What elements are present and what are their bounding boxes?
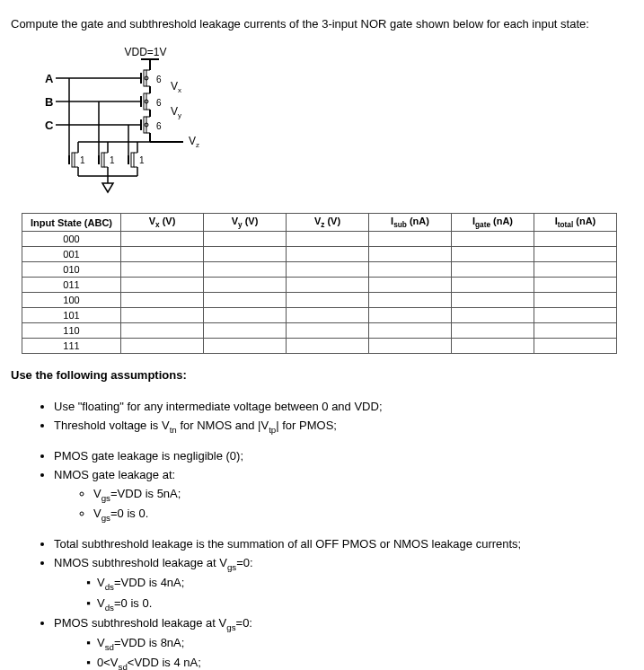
cell-empty	[534, 262, 617, 278]
svg-rect-43	[101, 153, 104, 167]
cell-empty	[452, 247, 534, 262]
pmos-stack: 6 Vx 6 Vy 6	[141, 65, 181, 133]
cell-empty	[287, 293, 369, 308]
th-igate: Igate (nA)	[452, 214, 534, 232]
th-vx: Vx (V)	[121, 214, 204, 232]
svg-text:6: 6	[156, 98, 162, 108]
table-row: 000	[22, 232, 617, 247]
assumption-item: NMOS gate leakage at:	[54, 466, 633, 485]
cell-empty	[534, 278, 617, 293]
cell-empty	[534, 293, 617, 308]
cell-input-state: 101	[22, 308, 121, 323]
cell-empty	[452, 262, 534, 278]
cell-empty	[369, 247, 452, 262]
table-row: 001	[22, 247, 617, 262]
assumptions-list: Use "floating" for any intermediate volt…	[54, 398, 633, 436]
table-header-row: Input State (ABC) Vx (V) Vy (V) Vz (V) I…	[22, 214, 617, 232]
cell-empty	[369, 278, 452, 293]
cell-empty	[452, 232, 534, 247]
svg-text:Vy: Vy	[171, 105, 181, 119]
cell-empty	[204, 232, 287, 247]
cell-empty	[452, 323, 534, 339]
assumption-subitem: Vds=0 is 0.	[97, 595, 633, 614]
assumption-subitem: Vds=VDD is 4nA;	[97, 574, 633, 594]
cell-input-state: 011	[22, 278, 121, 293]
table-row: 010	[22, 262, 617, 278]
cell-empty	[287, 262, 369, 278]
table-row: 110	[22, 323, 617, 339]
cell-input-state: 110	[22, 323, 121, 339]
table-row: 111	[22, 339, 617, 354]
vdd-label: VDD=1V	[124, 46, 166, 58]
cell-empty	[534, 308, 617, 323]
assumption-subitem: Vgs=VDD is 5nA;	[93, 485, 633, 505]
svg-text:1: 1	[139, 155, 145, 165]
assumptions-list: Total subthreshold leakage is the summat…	[54, 535, 633, 670]
svg-text:C: C	[45, 119, 54, 132]
assumption-item: NMOS subthreshold leakage at Vgs=0:	[54, 554, 633, 574]
svg-text:6: 6	[156, 75, 162, 84]
cell-empty	[121, 323, 204, 339]
cell-input-state: 001	[22, 247, 121, 262]
svg-text:1: 1	[110, 155, 115, 165]
cell-input-state: 010	[22, 262, 121, 278]
leakage-table: Input State (ABC) Vx (V) Vy (V) Vz (V) I…	[11, 213, 633, 354]
svg-rect-38	[72, 153, 75, 167]
cell-empty	[121, 308, 204, 323]
cell-empty	[121, 247, 204, 262]
svg-text:Vz: Vz	[189, 135, 199, 149]
cell-empty	[204, 293, 287, 308]
cell-input-state: 000	[22, 232, 121, 247]
svg-text:B: B	[45, 95, 53, 109]
th-isub: Isub (nA)	[369, 214, 452, 232]
cell-empty	[287, 232, 369, 247]
table-row: 101	[22, 308, 617, 323]
assumption-item: Use "floating" for any intermediate volt…	[54, 398, 633, 417]
assumption-item: PMOS gate leakage is negligible (0);	[54, 447, 633, 466]
assumption-item: Total subthreshold leakage is the summat…	[54, 535, 633, 554]
cell-empty	[204, 323, 287, 339]
circuit-diagram: VDD=1V 6 Vx 6 Vy	[29, 45, 633, 200]
th-input-state: Input State (ABC)	[22, 214, 121, 232]
th-itotal: Itotal (nA)	[534, 214, 617, 232]
cell-empty	[534, 232, 617, 247]
cell-empty	[287, 247, 369, 262]
cell-empty	[204, 278, 287, 293]
cell-empty	[452, 308, 534, 323]
svg-text:1: 1	[80, 155, 85, 165]
assumption-item: Threshold voltage is Vtn for NMOS and |V…	[54, 417, 633, 436]
th-vy: Vy (V)	[204, 214, 287, 232]
cell-empty	[121, 278, 204, 293]
cell-empty	[287, 323, 369, 339]
cell-input-state: 100	[22, 293, 121, 308]
cell-empty	[452, 293, 534, 308]
cell-empty	[287, 308, 369, 323]
cell-empty	[369, 262, 452, 278]
assumption-item: PMOS subthreshold leakage at Vgs=0:	[54, 614, 633, 634]
cell-empty	[369, 232, 452, 247]
cell-empty	[204, 247, 287, 262]
cell-empty	[121, 232, 204, 247]
cell-empty	[534, 247, 617, 262]
svg-rect-48	[131, 153, 134, 167]
cell-empty	[369, 339, 452, 354]
cell-input-state: 111	[22, 339, 121, 354]
cell-empty	[204, 308, 287, 323]
cell-empty	[452, 278, 534, 293]
assumptions-heading: Use the following assumptions:	[11, 368, 633, 382]
th-vz: Vz (V)	[287, 214, 369, 232]
nmos-row: 1 1 1	[69, 142, 150, 192]
cell-empty	[287, 278, 369, 293]
cell-empty	[369, 308, 452, 323]
svg-text:A: A	[45, 72, 54, 85]
assumption-subitem: Vsd=VDD is 8nA;	[97, 634, 633, 654]
cell-empty	[369, 323, 452, 339]
cell-empty	[534, 323, 617, 339]
cell-empty	[452, 339, 534, 354]
svg-marker-62	[102, 183, 113, 192]
cell-empty	[534, 339, 617, 354]
cell-empty	[121, 262, 204, 278]
cell-empty	[121, 293, 204, 308]
assumptions-list: PMOS gate leakage is negligible (0); NMO…	[54, 447, 633, 525]
question-prompt: Compute the gate and subthreshold leakag…	[11, 16, 633, 32]
